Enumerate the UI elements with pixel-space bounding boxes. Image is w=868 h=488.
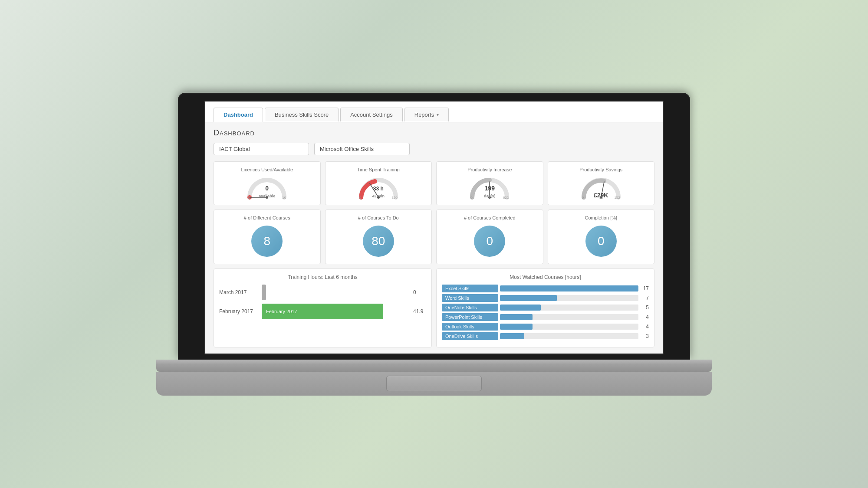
- course-bar-fill: [500, 333, 524, 339]
- training-label-feb: February 2017: [219, 308, 258, 314]
- training-value-march: 0: [413, 289, 426, 295]
- course-label: PowerPoint Skills: [442, 313, 498, 321]
- course-bar-container: [500, 285, 638, 291]
- metric-productivity-savings: Productivity Savings: [548, 161, 655, 205]
- gauge-savings: £29K 0 72 152: [579, 176, 623, 200]
- metric-time-spent: Time Spent Training: [325, 161, 432, 205]
- course-bar-fill: [500, 285, 638, 291]
- course-bar-fill: [500, 305, 541, 311]
- metric-different-courses: # of Different Courses 8: [214, 210, 321, 264]
- course-count: 7: [640, 295, 649, 301]
- counter-completion: 0: [585, 226, 617, 257]
- course-item: OneNote Skills 5: [442, 304, 649, 311]
- course-bar-fill: [500, 324, 533, 330]
- course-item: Word Skills 7: [442, 294, 649, 302]
- counter-different-courses: 8: [251, 226, 283, 257]
- laptop-screen-bezel: Dashboard Business Skills Score Account …: [178, 93, 690, 360]
- gauge-time-value: 83 h 42 min: [372, 185, 385, 199]
- bottom-sections: Training Hours: Last 6 months March 2017…: [214, 269, 654, 347]
- course-bar-container: [500, 314, 638, 320]
- tab-reports[interactable]: Reports ▾: [404, 108, 449, 121]
- course-count: 3: [640, 333, 649, 339]
- page-title: Dashboard: [214, 128, 654, 138]
- training-bar-feb: February 2017: [262, 304, 383, 319]
- dropdowns-row: IACT Global Microsoft Office Skills: [214, 143, 654, 155]
- course-bar-fill: [500, 314, 533, 320]
- metric-licences-title: Licences Used/Available: [241, 167, 293, 172]
- metric-courses-completed: # of Courses Completed 0: [436, 210, 543, 264]
- laptop-screen: Dashboard Business Skills Score Account …: [204, 101, 664, 354]
- gauge-time-spent: 83 h 42 min 0 320: [357, 176, 400, 200]
- metric-diff-courses-title: # of Different Courses: [244, 215, 290, 220]
- metric-savings-title: Productivity Savings: [579, 167, 622, 172]
- course-label: Word Skills: [442, 294, 498, 302]
- course-bar-container: [500, 305, 638, 311]
- training-value-feb: 41.9: [413, 308, 426, 314]
- metric-licences: Licences Used/Available: [214, 161, 321, 205]
- course-count: 5: [640, 305, 649, 311]
- course-count: 17: [640, 285, 649, 291]
- counter-courses-todo: 80: [363, 226, 394, 257]
- course-label: OneDrive Skills: [442, 332, 498, 340]
- metric-productivity-title: Productivity Increase: [467, 167, 512, 172]
- course-label: Excel Skills: [442, 285, 498, 292]
- tab-account-settings[interactable]: Account Settings: [340, 108, 403, 121]
- counter-metrics-grid: # of Different Courses 8 # of Courses To…: [214, 210, 654, 264]
- laptop-container: Dashboard Business Skills Score Account …: [178, 93, 690, 396]
- course-label: OneNote Skills: [442, 304, 498, 311]
- course-count: 4: [640, 314, 649, 320]
- navigation: Dashboard Business Skills Score Account …: [205, 102, 663, 122]
- metric-courses-todo: # of Courses To Do 80: [325, 210, 432, 264]
- training-hours-title: Training Hours: Last 6 months: [219, 274, 426, 280]
- course-item: Excel Skills 17: [442, 285, 649, 292]
- reports-dropdown-arrow: ▾: [437, 112, 439, 117]
- gauge-metrics-grid: Licences Used/Available: [214, 161, 654, 205]
- training-hours-card: Training Hours: Last 6 months March 2017…: [214, 269, 432, 347]
- training-bar-march: [262, 285, 266, 300]
- counter-courses-completed: 0: [474, 226, 505, 257]
- tab-business-skills[interactable]: Business Skills Score: [265, 108, 339, 121]
- tab-dashboard[interactable]: Dashboard: [214, 108, 263, 122]
- metric-time-spent-title: Time Spent Training: [357, 167, 400, 172]
- gauge-licences-value: 0 available: [259, 185, 275, 199]
- training-bar-wrap-feb: February 2017: [262, 304, 406, 319]
- course-item: Outlook Skills 4: [442, 323, 649, 331]
- metric-completion-title: Completion [%]: [585, 215, 617, 220]
- metric-productivity-increase: Productivity Increase: [436, 161, 543, 205]
- training-bar-wrap-march: [262, 285, 406, 300]
- app-container: Dashboard Business Skills Score Account …: [205, 102, 663, 354]
- course-item: PowerPoint Skills 4: [442, 313, 649, 321]
- training-row-feb: February 2017 February 2017 41.9: [219, 304, 426, 319]
- training-row-march: March 2017 0: [219, 285, 426, 300]
- training-label-march: March 2017: [219, 289, 258, 295]
- laptop-touchpad-area: [156, 372, 712, 396]
- course-bar-container: [500, 324, 638, 330]
- gauge-productivity: 199 day(s) 0 622: [468, 176, 511, 200]
- most-watched-card: Most Watched Courses [hours] Excel Skill…: [436, 269, 654, 347]
- laptop-touchpad: [386, 376, 482, 391]
- course-bar-container: [500, 295, 638, 301]
- most-watched-title: Most Watched Courses [hours]: [442, 274, 649, 280]
- gauge-licences: 0 available 0 10: [245, 176, 289, 200]
- course-bar-container: [500, 333, 638, 339]
- metric-completion: Completion [%] 0: [548, 210, 655, 264]
- laptop-base: [156, 360, 712, 372]
- course-count: 4: [640, 324, 649, 330]
- company-dropdown[interactable]: IACT Global: [214, 143, 309, 155]
- metric-todo-title: # of Courses To Do: [358, 215, 399, 220]
- courses-list: Excel Skills 17 Word Skills 7 OneNote Sk…: [442, 285, 649, 340]
- course-group-dropdown[interactable]: Microsoft Office Skills: [314, 143, 410, 155]
- course-item: OneDrive Skills 3: [442, 332, 649, 340]
- course-label: Outlook Skills: [442, 323, 498, 331]
- course-bar-fill: [500, 295, 557, 301]
- metric-completed-title: # of Courses Completed: [464, 215, 516, 220]
- gauge-productivity-value: 199 day(s): [484, 185, 496, 199]
- page-content: Dashboard IACT Global Microsoft Office S…: [205, 122, 663, 354]
